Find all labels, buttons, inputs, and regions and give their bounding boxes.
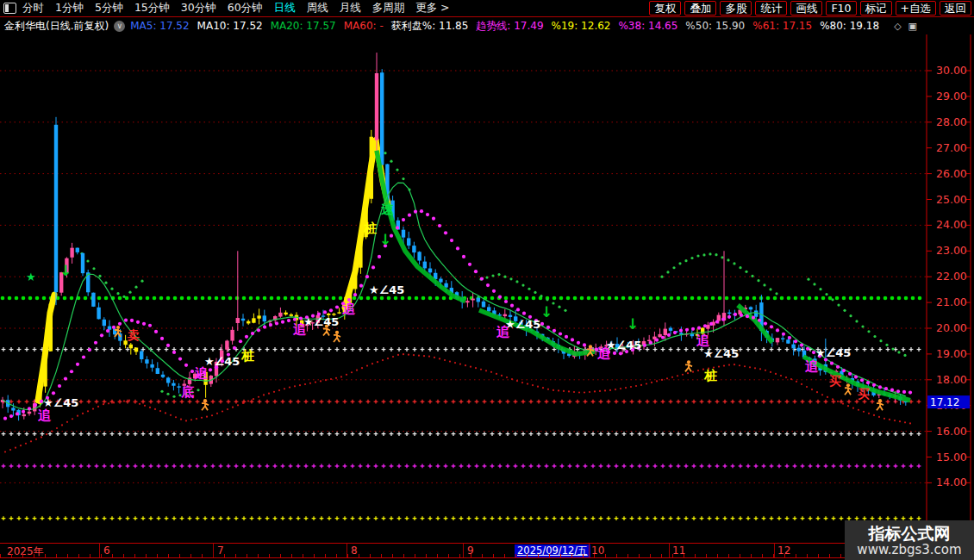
red-envelope: [382, 359, 384, 361]
action-item-8[interactable]: 返回: [940, 1, 971, 16]
level-pivot: [746, 296, 750, 301]
indicator-value-5: 趋势线: 17.49: [476, 20, 543, 32]
period-item-0[interactable]: 分时: [22, 1, 44, 16]
candle-body: [150, 364, 153, 368]
trend-dots: [432, 217, 435, 221]
period-item-2[interactable]: 5分钟: [95, 1, 123, 16]
red-envelope: [185, 420, 187, 421]
trend-dots: [703, 324, 707, 327]
red-envelope: [9, 449, 11, 451]
red-envelope: [470, 366, 471, 368]
level-pivot: [815, 296, 819, 301]
candle-body: [337, 312, 340, 313]
level-pivot: [904, 296, 908, 301]
level-pivot: [883, 296, 888, 301]
red-envelope: [366, 364, 368, 366]
action-item-5[interactable]: F10: [826, 1, 856, 16]
trend-dots: [673, 331, 677, 334]
period-item-6[interactable]: 日线: [274, 1, 296, 16]
green-dots: [897, 351, 900, 353]
red-envelope: [852, 408, 854, 409]
trend-dots: [52, 391, 55, 395]
red-envelope: [666, 377, 668, 379]
period-item-8[interactable]: 月线: [340, 1, 361, 16]
candle-body: [407, 238, 410, 246]
trend-dots: [613, 352, 616, 355]
level-pivot: [132, 296, 136, 301]
action-item-1[interactable]: 叠加: [684, 1, 716, 16]
candle-body: [145, 359, 148, 364]
trend-dots: [734, 313, 737, 316]
runner-icon: [878, 399, 882, 402]
red-envelope: [894, 420, 896, 421]
action-item-4[interactable]: 画线: [790, 1, 822, 16]
red-envelope: [496, 373, 497, 375]
green-dots: [497, 273, 500, 276]
y-label-20: 20.00: [936, 321, 967, 334]
period-item-5[interactable]: 60分钟: [228, 1, 263, 16]
y-label-24: 24.00: [936, 218, 967, 231]
period-item-7[interactable]: 周线: [307, 1, 328, 16]
trend-dots: [764, 321, 767, 325]
trend-dots: [727, 315, 731, 319]
red-envelope: [15, 447, 16, 449]
red-envelope: [754, 367, 756, 369]
red-envelope: [30, 440, 32, 442]
trend-dots: [365, 275, 369, 278]
window-layout-icon[interactable]: [3, 3, 16, 14]
candle-body: [412, 246, 415, 252]
date-axis[interactable]: 2025年 2025/09/12/五 6789101112: [0, 543, 974, 558]
period-item-1[interactable]: 1分钟: [55, 1, 84, 16]
period-item-3[interactable]: 15分钟: [134, 1, 170, 16]
panel-icon[interactable]: ▣: [908, 21, 917, 32]
level-pivot: [311, 296, 315, 301]
candle-body: [263, 315, 266, 321]
action-item-7[interactable]: +自选: [896, 1, 936, 16]
trend-dots: [184, 364, 188, 367]
green-dots: [819, 288, 821, 290]
trend-dots: [329, 308, 333, 312]
level-pivot: [104, 296, 109, 301]
red-envelope: [196, 418, 197, 420]
candle-body: [129, 345, 133, 348]
level-pivot: [628, 296, 633, 301]
action-item-6[interactable]: 标记: [860, 1, 892, 16]
action-item-0[interactable]: 复权: [649, 1, 681, 16]
period-item-10[interactable]: 更多 >: [415, 1, 449, 16]
y-label-19: 19.00: [936, 347, 967, 360]
green-dots: [733, 262, 735, 264]
trend-dots: [64, 377, 67, 381]
candle-body: [690, 333, 694, 336]
green-dots: [128, 291, 131, 294]
trend-dots: [546, 326, 550, 329]
trend-dots: [571, 338, 574, 341]
level-pivot: [752, 296, 757, 301]
green-dots: [666, 271, 669, 273]
red-envelope: [687, 372, 689, 374]
green-dots: [709, 252, 711, 255]
period-item-9[interactable]: 多周期: [372, 1, 405, 16]
trend-dots: [402, 218, 405, 221]
level-pivot: [180, 296, 184, 301]
level-pivot: [594, 296, 598, 301]
period-item-4[interactable]: 30分钟: [181, 1, 216, 16]
candlestick-chart[interactable]: ★∠45追★↓卖★∠45追底桩★∠45追追★∠45桩速↓★∠45追↓★∠45追↓…: [0, 34, 974, 543]
trend-dots: [770, 325, 773, 328]
action-item-3[interactable]: 统计: [755, 1, 787, 16]
level-pivot: [263, 296, 267, 301]
candle-body: [402, 230, 405, 238]
indicator-value-6: %19: 12.62: [552, 20, 611, 32]
level-pivot: [118, 296, 122, 301]
red-envelope: [444, 359, 446, 361]
green-dots: [843, 309, 846, 312]
trend-dots: [643, 344, 646, 347]
red-envelope: [589, 391, 590, 393]
chevron-down-icon[interactable]: ∨: [114, 21, 125, 32]
action-item-2[interactable]: 多股: [720, 1, 752, 16]
red-envelope: [397, 354, 399, 356]
level-pivot: [504, 296, 509, 301]
trend-dots: [800, 343, 803, 346]
red-envelope: [134, 401, 135, 403]
diamond-icon[interactable]: ◇: [894, 21, 901, 32]
green-dots: [92, 267, 95, 270]
